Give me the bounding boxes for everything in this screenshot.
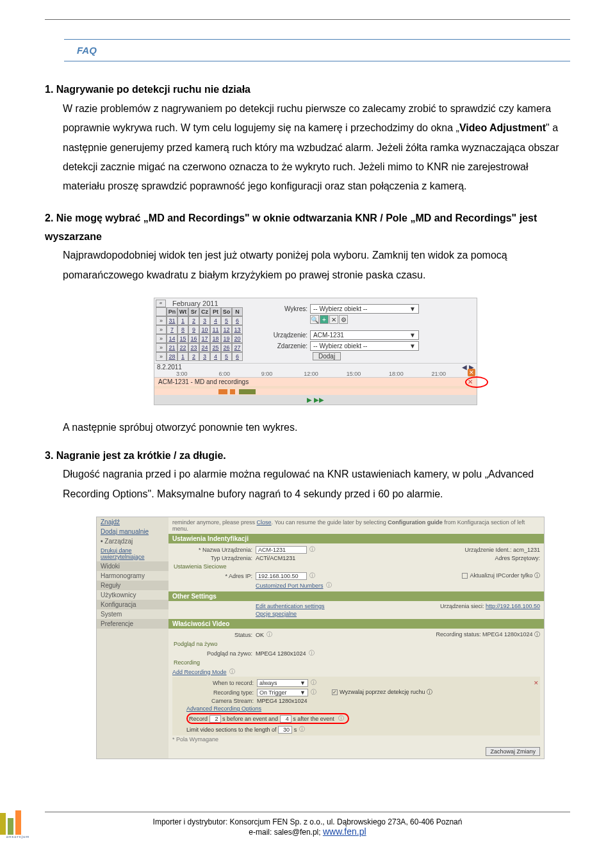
cal-body: »31123456»78910111213»14151617181920»212… bbox=[156, 316, 243, 361]
delete-icon[interactable]: ✕ bbox=[534, 680, 539, 686]
page-content: FAQ 1. Nagrywanie po detekcji ruchu nie … bbox=[0, 20, 615, 798]
faq-2-num: 2. bbox=[45, 213, 53, 223]
screenshot-settings: Znajdź Dodaj manualnie • Zarządzaj Druku… bbox=[96, 517, 545, 759]
rectype-select[interactable]: On Trigger▼ bbox=[257, 689, 308, 696]
edit-auth-link[interactable]: Edit authentication settings bbox=[256, 603, 325, 609]
fen-logo: onsorcjum bbox=[0, 810, 36, 846]
ip-label: * Adres IP: bbox=[172, 573, 256, 579]
footer-line2: e-mail: sales@fen.pl; www.fen.pl bbox=[45, 826, 570, 837]
play-icon[interactable]: ▶ bbox=[307, 396, 312, 403]
faq-2-after: A następnie spróbuj otworzyć ponownie te… bbox=[45, 418, 570, 437]
recording-heading: Recording bbox=[172, 658, 540, 667]
urzadzenie-select[interactable]: ACM-1231▼ bbox=[310, 330, 419, 340]
section-video: Właściwości Video bbox=[168, 619, 544, 629]
faq-item-1-title: 1. Nagrywanie po detekcji ruchu nie dzia… bbox=[45, 81, 570, 99]
side-preferencje[interactable]: Preferencje bbox=[97, 619, 168, 629]
faq-item-3: 3. Nagranie jest za krótkie / za długie.… bbox=[45, 447, 570, 504]
faq-item-1: 1. Nagrywanie po detekcji ruchu nie dzia… bbox=[45, 81, 570, 197]
side-harmonogramy[interactable]: Harmonogramy bbox=[97, 571, 168, 581]
before-input[interactable]: 2 bbox=[209, 715, 221, 723]
faq-1-num: 1. bbox=[45, 84, 53, 95]
shot1-icon-row: 🔍+✕⚙ bbox=[310, 315, 475, 324]
opcje-link[interactable]: Opcje specjalne bbox=[256, 611, 297, 617]
cal-month: February 2011 bbox=[166, 300, 218, 307]
faq-item-3-title: 3. Nagranie jest za krótkie / za długie. bbox=[45, 447, 570, 465]
zdarzenie-select[interactable]: -- Wybierz obiekt --▼ bbox=[310, 341, 419, 351]
zoom-in-icon[interactable]: 🔍 bbox=[310, 315, 319, 324]
play-controls[interactable]: ▶ ▶▶ bbox=[154, 395, 477, 405]
screenshot-timeline: « February 2011 PnWtSrCzPtSoN »31123456»… bbox=[154, 298, 477, 405]
save-button[interactable]: Zachowaj Zmiany bbox=[486, 747, 540, 756]
ident-label: Urządzenie Ident.: acm_1231 bbox=[464, 547, 540, 553]
faq-heading: FAQ bbox=[64, 39, 570, 61]
faq-section: FAQ bbox=[45, 39, 570, 61]
section-other: Other Settings bbox=[168, 591, 544, 601]
faq-3-body: Długość nagrania przed i po alarmie możn… bbox=[45, 465, 570, 504]
side-widoki[interactable]: Widoki bbox=[97, 561, 168, 571]
side-znajdz[interactable]: Znajdź bbox=[97, 517, 168, 527]
faq-2-heading: Nie mogę wybrać „MD and Recordings" w ok… bbox=[45, 213, 537, 242]
cal-header-row: PnWtSrCzPtSoN bbox=[156, 307, 243, 316]
aktualizuj-checkbox[interactable]: Aktualizuj IPCorder tylko ⓘ bbox=[462, 572, 540, 580]
section-ident: Ustawienia Indentyfikacji bbox=[168, 534, 544, 543]
footer-line1: Importer i dystrybutor: Konsorcjum FEN S… bbox=[45, 817, 570, 826]
settings-main: reminder anymore, please press Close. Yo… bbox=[168, 517, 544, 759]
add-icon[interactable]: + bbox=[320, 315, 329, 324]
help-icon[interactable]: ⓘ bbox=[309, 572, 315, 580]
add-mode-link[interactable]: Add Recording Mode bbox=[172, 669, 227, 675]
wykres-select[interactable]: -- Wybierz obiekt --▼ bbox=[310, 304, 419, 314]
hint-text: reminder anymore, please press Close. Yo… bbox=[168, 517, 544, 534]
side-reguly[interactable]: Reguły bbox=[97, 581, 168, 590]
side-system[interactable]: System bbox=[97, 609, 168, 619]
track-label: ACM-1231 - MD and recordings bbox=[158, 378, 249, 385]
faq-3-heading: Nagranie jest za krótkie / za długie. bbox=[56, 450, 226, 461]
wykres-label: Wykres: bbox=[262, 305, 310, 312]
typ-value: ACTi/ACM1231 bbox=[256, 555, 295, 561]
settings-sidebar: Znajdź Dodaj manualnie • Zarządzaj Druku… bbox=[97, 517, 168, 759]
status-label: Status: bbox=[172, 632, 256, 638]
side-drukuj[interactable]: Drukuj dane uwierzytelniające bbox=[97, 546, 168, 561]
page-footer: onsorcjum Importer i dystrybutor: Konsor… bbox=[0, 804, 615, 852]
side-konfiguracja[interactable]: Konfiguracja bbox=[97, 600, 168, 609]
faq-1-heading: Nagrywanie po detekcji ruchu nie działa bbox=[56, 84, 250, 95]
timeline-tracks bbox=[154, 389, 477, 395]
zdarzenie-label: Zdarzenie: bbox=[262, 342, 310, 350]
custom-ports-link[interactable]: Customized Port Numbers bbox=[256, 583, 324, 589]
nazwa-input[interactable]: ACM-1231 bbox=[256, 546, 307, 554]
shot1-right-panel: Wykres: -- Wybierz obiekt --▼ 🔍+✕⚙ Urząd… bbox=[243, 300, 475, 362]
skip-icon[interactable]: ▶▶ bbox=[314, 396, 324, 403]
sec-sieciowe: Ustawienia Sieciowe bbox=[172, 562, 540, 571]
help-icon[interactable]: ⓘ bbox=[309, 545, 315, 554]
timeline-date: 8.2.2011 bbox=[157, 364, 182, 371]
faq-1-body: W razie problemów z nagrywaniem po detek… bbox=[45, 99, 570, 197]
nazwa-label: * Nazwa Urządzenia: bbox=[172, 547, 256, 553]
dodaj-button[interactable]: Dodaj bbox=[313, 352, 341, 360]
remove-icon[interactable]: ✕ bbox=[329, 315, 338, 324]
limit-input[interactable]: 30 bbox=[278, 726, 292, 734]
faq-3-num: 3. bbox=[45, 450, 53, 461]
side-dodaj[interactable]: Dodaj manualnie bbox=[97, 527, 168, 536]
rec-status: Recording status: MPEG4 1280x1024 ⓘ bbox=[436, 631, 540, 639]
highlight-circle bbox=[465, 376, 488, 388]
side-zarzadzaj[interactable]: • Zarządzaj bbox=[97, 536, 168, 546]
when-select[interactable]: always▼ bbox=[257, 679, 308, 687]
adv-options-link[interactable]: Advanced Recording Options bbox=[174, 705, 261, 712]
urzadzenie-label: Urządzenie: bbox=[262, 332, 310, 339]
typ-label: Typ Urządzenia: bbox=[172, 555, 256, 561]
track-close-icon[interactable]: ✕ bbox=[468, 369, 475, 376]
status-value: OK bbox=[256, 632, 264, 638]
footer-link[interactable]: www.fen.pl bbox=[323, 826, 366, 837]
faq-item-2: 2. Nie mogę wybrać „MD and Recordings" w… bbox=[45, 209, 570, 285]
device-url-link[interactable]: http://192.168.100.50 bbox=[486, 603, 540, 609]
adres-sprz-label: Adres Sprzętowy: bbox=[495, 555, 540, 561]
faq-item-2-title: 2. Nie mogę wybrać „MD and Recordings" w… bbox=[45, 209, 570, 246]
side-uzytkownicy[interactable]: Użytkownicy bbox=[97, 590, 168, 600]
wyzwalaj-checkbox[interactable]: ✓Wyzwalaj poprzez detekcję ruchu ⓘ bbox=[332, 688, 432, 696]
cal-prev-button[interactable]: « bbox=[156, 300, 166, 307]
settings-icon[interactable]: ⚙ bbox=[339, 315, 348, 324]
after-input[interactable]: 4 bbox=[280, 715, 291, 723]
faq-2-body: Najprawdopodobniej widok ten jest już ot… bbox=[45, 246, 570, 285]
ip-input[interactable]: 192.168.100.50 bbox=[256, 572, 307, 580]
timeline-hours: 3:006:009:0012:0015:0018:0021:00 bbox=[154, 371, 477, 377]
podglad-heading: Podgląd na żywo bbox=[172, 639, 540, 648]
